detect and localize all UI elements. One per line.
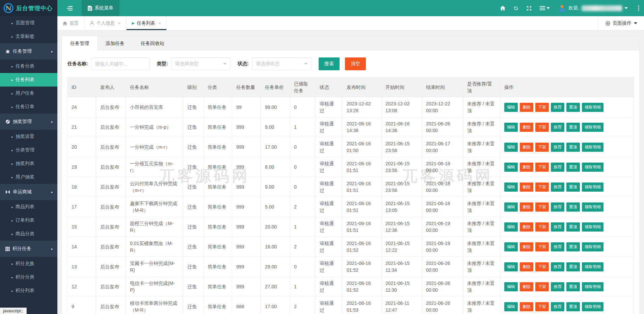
sidebar-item-页面管理[interactable]: ▸页面管理 <box>0 16 57 30</box>
pin-top-button[interactable]: 置顶 <box>566 103 580 112</box>
sidebar-item-用户抽奖[interactable]: ▸用户抽奖 <box>0 170 57 184</box>
claim-detail-button[interactable]: 领取明细 <box>582 302 603 311</box>
tab-个人信息[interactable]: 个人信息× <box>84 16 127 30</box>
home-icon[interactable] <box>500 6 505 10</box>
edit-button[interactable]: 编辑 <box>504 163 518 172</box>
claim-detail-button[interactable]: 领取明细 <box>582 183 603 192</box>
recommend-button[interactable]: 推荐 <box>551 123 564 132</box>
delete-button[interactable]: 删除 <box>520 242 533 251</box>
close-icon[interactable]: × <box>118 20 121 26</box>
off-shelf-button[interactable]: 下架 <box>535 143 549 152</box>
edit-button[interactable]: 编辑 <box>504 103 518 112</box>
sidebar-item-商品列表[interactable]: ▸商品列表 <box>0 200 57 214</box>
recommend-button[interactable]: 推荐 <box>551 202 564 212</box>
sidebar-item-抽奖设置[interactable]: ▸抽奖设置 <box>0 130 57 143</box>
panel-tab-任务回收站[interactable]: 任务回收站 <box>133 36 172 50</box>
recommend-button[interactable]: 推荐 <box>551 242 564 251</box>
sidebar-item-分类管理[interactable]: ▸分类管理 <box>0 143 57 157</box>
delete-button[interactable]: 删除 <box>520 222 533 232</box>
sidebar-item-任务列表[interactable]: ▸任务列表 <box>0 73 57 87</box>
sidebar-section-抽奖管理[interactable]: 抽奖管理▲ <box>0 114 57 130</box>
sidebar-item-任务分类[interactable]: ▸任务分类 <box>0 59 57 73</box>
pin-top-button[interactable]: 置顶 <box>566 222 580 232</box>
delete-button[interactable]: 删除 <box>520 103 533 112</box>
sidebar-item-用户任务[interactable]: ▸用户任务 <box>0 87 57 100</box>
off-shelf-button[interactable]: 下架 <box>535 103 549 112</box>
recommend-button[interactable]: 推荐 <box>551 282 564 291</box>
tab-任务列表[interactable]: ▶任务列表× <box>127 16 167 30</box>
pin-top-button[interactable]: 置顶 <box>566 163 580 172</box>
sidebar-item-积分列表[interactable]: ▸积分列表 <box>0 284 57 297</box>
recommend-button[interactable]: 推荐 <box>551 143 564 152</box>
sidebar-item-抽奖列表[interactable]: ▸抽奖列表 <box>0 157 57 170</box>
sidebar-item-文章标签[interactable]: ▸文章标签 <box>0 30 57 43</box>
close-icon[interactable]: × <box>158 20 161 26</box>
delete-button[interactable]: 删除 <box>520 123 533 132</box>
pin-top-button[interactable]: 置顶 <box>566 123 580 132</box>
pin-top-button[interactable]: 置顶 <box>566 183 580 192</box>
claim-detail-button[interactable]: 领取明细 <box>582 282 603 291</box>
claim-detail-button[interactable]: 领取明细 <box>582 262 603 271</box>
claim-detail-button[interactable]: 领取明细 <box>582 103 603 112</box>
edit-button[interactable]: 编辑 <box>504 242 518 251</box>
off-shelf-button[interactable]: 下架 <box>535 222 549 232</box>
pin-top-button[interactable]: 置顶 <box>566 143 580 152</box>
off-shelf-button[interactable]: 下架 <box>535 242 549 251</box>
off-shelf-button[interactable]: 下架 <box>535 163 549 172</box>
sidebar-item-任务订单[interactable]: ▸任务订单 <box>0 100 57 114</box>
edit-button[interactable]: 编辑 <box>504 222 518 232</box>
delete-button[interactable]: 删除 <box>520 302 533 311</box>
edit-button[interactable]: 编辑 <box>504 202 518 212</box>
pin-top-button[interactable]: 置顶 <box>566 242 580 251</box>
edit-button[interactable]: 编辑 <box>504 183 518 192</box>
sidebar-section-幸运商城[interactable]: 幸运商城▲ <box>0 184 57 200</box>
claim-detail-button[interactable]: 领取明细 <box>582 202 603 212</box>
status-select[interactable]: 请选择状态 <box>252 57 311 70</box>
off-shelf-button[interactable]: 下架 <box>535 282 549 291</box>
panel-tab-添加任务[interactable]: 添加任务 <box>98 36 133 50</box>
type-select[interactable]: 请选择类型 <box>171 57 230 70</box>
delete-button[interactable]: 删除 <box>520 262 533 271</box>
claim-detail-button[interactable]: 领取明细 <box>582 163 603 172</box>
task-name-input[interactable] <box>91 57 150 70</box>
sidebar-item-积分分类[interactable]: ▸积分分类 <box>0 270 57 284</box>
clear-button[interactable]: 清空 <box>345 57 366 70</box>
edit-button[interactable]: 编辑 <box>504 123 518 132</box>
claim-detail-button[interactable]: 领取明细 <box>582 123 603 132</box>
delete-button[interactable]: 删除 <box>520 143 533 152</box>
recommend-button[interactable]: 推荐 <box>551 183 564 192</box>
pin-top-button[interactable]: 置顶 <box>566 302 580 311</box>
delete-button[interactable]: 删除 <box>520 282 533 291</box>
panel-tab-任务管理[interactable]: 任务管理 <box>62 36 98 50</box>
delete-button[interactable]: 删除 <box>520 202 533 212</box>
edit-button[interactable]: 编辑 <box>504 262 518 271</box>
delete-button[interactable]: 删除 <box>520 163 533 172</box>
user-menu[interactable]: 欢迎, <box>558 4 628 12</box>
more-options-icon[interactable] <box>638 5 639 11</box>
off-shelf-button[interactable]: 下架 <box>535 123 549 132</box>
claim-detail-button[interactable]: 领取明细 <box>582 222 603 232</box>
sidebar-item-商品分类[interactable]: ▸商品分类 <box>0 227 57 241</box>
recommend-button[interactable]: 推荐 <box>551 262 564 271</box>
sidebar-section-任务管理[interactable]: 任务管理▲ <box>0 43 57 59</box>
menu-dropdown-icon[interactable] <box>540 6 550 10</box>
edit-button[interactable]: 编辑 <box>504 143 518 152</box>
search-button[interactable]: 搜索 <box>319 57 340 70</box>
recommend-button[interactable]: 推荐 <box>551 302 564 311</box>
page-operations-button[interactable]: 页面操作 <box>598 16 644 30</box>
recommend-button[interactable]: 推荐 <box>551 163 564 172</box>
claim-detail-button[interactable]: 领取明细 <box>582 143 603 152</box>
refresh-icon[interactable] <box>513 6 518 11</box>
claim-detail-button[interactable]: 领取明细 <box>582 242 603 251</box>
sidebar-item-积分兑换[interactable]: ▸积分兑换 <box>0 257 57 270</box>
topnav-system-menu[interactable]: 系统菜单 <box>82 0 119 16</box>
sidebar-item-订单列表[interactable]: ▸订单列表 <box>0 214 57 227</box>
fullscreen-icon[interactable] <box>527 6 532 11</box>
recommend-button[interactable]: 推荐 <box>551 103 564 112</box>
recommend-button[interactable]: 推荐 <box>551 222 564 232</box>
edit-button[interactable]: 编辑 <box>504 282 518 291</box>
pin-top-button[interactable]: 置顶 <box>566 282 580 291</box>
sidebar-toggle-button[interactable] <box>57 0 82 16</box>
tab-首页[interactable]: 首页 <box>57 16 84 30</box>
pin-top-button[interactable]: 置顶 <box>566 262 580 271</box>
